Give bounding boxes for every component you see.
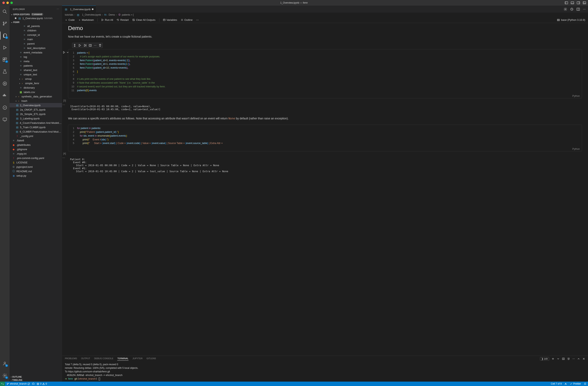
close-icon[interactable] [582, 357, 585, 360]
chevron-down-icon[interactable] [66, 51, 69, 54]
trash-icon[interactable] [99, 44, 102, 47]
code-cell-1[interactable]: 1patients = [ 2 # Let's assign each pati… [68, 49, 582, 98]
panel-tab-problems[interactable]: PROBLEMS [65, 357, 77, 361]
add-markdown-button[interactable]: ＋Markdown [78, 18, 94, 22]
tree-item[interactable]: ≡all_parents [10, 24, 62, 28]
tree-item[interactable]: ▤5_Train CLMBR.ipynb [10, 125, 62, 129]
tree-item[interactable]: ››synthetic_data_generation [10, 94, 62, 99]
code-editor[interactable]: 1for patient in patients: 2 print(f"Pati… [68, 125, 582, 147]
timeline-section[interactable]: › TIMELINE [10, 378, 62, 382]
close-window-button[interactable] [2, 1, 5, 4]
split-terminal-icon[interactable] [562, 357, 565, 360]
cloud-icon[interactable] [32, 383, 35, 385]
python-icon[interactable] [73, 44, 76, 47]
activity-debug[interactable] [0, 44, 10, 52]
tree-item[interactable]: ››trash [10, 99, 62, 103]
more-icon[interactable]: ⋯ [572, 357, 575, 360]
layout-panel-left-icon[interactable] [565, 1, 568, 4]
split-cell-icon[interactable] [89, 44, 92, 47]
tree-item[interactable]: ▤2b_Simple_ETL.ipynb [10, 112, 62, 116]
variables-button[interactable]: Variables [163, 19, 177, 21]
history-icon[interactable] [570, 8, 573, 11]
panel-tab-terminal[interactable]: TERMINAL [117, 357, 128, 361]
tree-item[interactable]: ≡meta [10, 59, 62, 63]
more-icon[interactable]: ⋯ [196, 19, 199, 21]
bell-icon[interactable] [584, 383, 587, 385]
more-icon[interactable]: ⋯ [583, 8, 586, 11]
tree-item[interactable]: ▤1_Overview.ipynb [10, 103, 62, 107]
more-icon[interactable]: ⋯ [63, 156, 65, 159]
tree-item[interactable]: ◆.gitattributes [10, 142, 62, 147]
tree-item[interactable]: ≡shared_text [10, 68, 62, 72]
activity-extensions[interactable]: 7 [0, 56, 10, 64]
panel-tab-jupyter[interactable]: JUPYTER [132, 357, 143, 361]
terminal-output[interactable]: Total 7 (delta 5), reused 0 (delta 0), p… [62, 362, 588, 382]
layout-panel-right-icon[interactable] [577, 1, 580, 4]
tree-item[interactable]: ◆.gitignore [10, 147, 62, 151]
notebook-body[interactable]: Demo Now that we have our events, let's … [62, 23, 588, 356]
run-all-button[interactable]: Run All [101, 19, 113, 21]
tree-item[interactable]: ≡text_description [10, 46, 62, 50]
code-cell-2[interactable]: 1for patient in patients: 2 print(f"Pati… [68, 125, 582, 151]
tree-item[interactable]: ≡.mypy.ini [10, 151, 62, 156]
tree-item[interactable]: !.pre-commit-config.yaml [10, 156, 62, 160]
tree-item[interactable]: ≡event_metadata [10, 50, 62, 55]
tree-item[interactable]: ▤2a_OMOP_ETL.ipynb [10, 107, 62, 112]
panel-tab-gitlens[interactable]: GITLENS [147, 357, 156, 361]
activity-search[interactable] [0, 8, 10, 16]
split-editor-icon[interactable] [577, 8, 580, 11]
tree-item[interactable]: ◉setup.py [10, 173, 62, 178]
open-editors-section[interactable]: ⌄ OPEN EDITORS 1 unsaved [10, 13, 62, 16]
restart-button[interactable]: Restart [117, 19, 129, 21]
activity-gitlens[interactable] [0, 80, 10, 88]
open-editor-item[interactable]: ▤ 1_Overview.ipynb tutorials [10, 16, 62, 20]
editor-tab[interactable]: ▤ 1_Overview.ipynb [62, 6, 96, 13]
more-icon[interactable]: ⋯ [94, 44, 96, 47]
tree-item[interactable]: ≡.flake8 [10, 138, 62, 142]
tree-item[interactable]: ▤4_Count Featurization And Modeling.i... [10, 121, 62, 125]
cell-language[interactable]: Python [68, 94, 582, 98]
add-terminal-icon[interactable] [552, 357, 554, 360]
tree-item[interactable]: ≡concept_id [10, 33, 62, 37]
minimize-window-button[interactable] [6, 1, 9, 4]
gear-icon[interactable] [564, 8, 567, 11]
run-by-line-icon[interactable] [84, 44, 87, 47]
panel-tab-output[interactable]: OUTPUT [81, 357, 90, 361]
chevron-up-icon[interactable] [577, 357, 580, 360]
breadcrumbs[interactable]: tutorials› ▤ 1_Overview.ipynb› M↓ Demo› … [62, 13, 588, 17]
more-icon[interactable]: ⋯ [63, 103, 65, 106]
activity-settings[interactable]: 1 [0, 372, 10, 380]
tree-item[interactable]: ››omop [10, 77, 62, 81]
prettier-status[interactable]: Prettier [570, 382, 581, 385]
chevron-down-icon[interactable] [557, 357, 560, 360]
tree-item[interactable]: ≡main [10, 37, 62, 41]
panel-tab-debug-console[interactable]: DEBUG CONSOLE [94, 357, 113, 361]
person-icon[interactable] [564, 383, 567, 385]
activity-explorer[interactable]: 1 [0, 32, 10, 40]
tree-item[interactable]: ▦labels.csv [10, 90, 62, 94]
activity-live-share[interactable] [0, 103, 10, 112]
code-editor[interactable]: 1patients = [ 2 # Let's assign each pati… [68, 49, 582, 94]
maximize-window-button[interactable] [10, 1, 13, 4]
tree-item[interactable]: §LICENSE [10, 160, 62, 165]
tree-item[interactable]: ››simple_femr [10, 81, 62, 85]
outline-button[interactable]: Outline [181, 19, 192, 21]
more-icon[interactable]: ⋯ [57, 8, 59, 10]
run-cell-icon[interactable] [78, 44, 82, 47]
tree-item[interactable]: ≡log [10, 55, 62, 59]
tree-item[interactable]: ▤6_CLMBR Featurization And Modeling.... [10, 129, 62, 134]
add-code-button[interactable]: ＋Code [65, 18, 75, 22]
activity-remote[interactable] [0, 116, 10, 123]
tree-item[interactable]: ≡children [10, 28, 62, 33]
tree-item[interactable]: ⚙pyproject.toml [10, 165, 62, 169]
activity-source-control[interactable] [0, 20, 10, 28]
tree-item[interactable]: ▤3_Labeling.ipynb [10, 116, 62, 121]
activity-docker[interactable] [0, 92, 10, 100]
project-section[interactable]: ⌄ FEMR [10, 20, 62, 24]
tree-item[interactable]: ≡patients [10, 63, 62, 68]
tree-item[interactable]: !_config.yml [10, 134, 62, 138]
tree-item[interactable]: ⓘREADME.md [10, 169, 62, 173]
tree-item[interactable]: ≡parent [10, 41, 62, 46]
layout-panel-bottom-icon[interactable] [571, 1, 574, 4]
branch-status[interactable]: ehrshot_branch [7, 382, 30, 385]
